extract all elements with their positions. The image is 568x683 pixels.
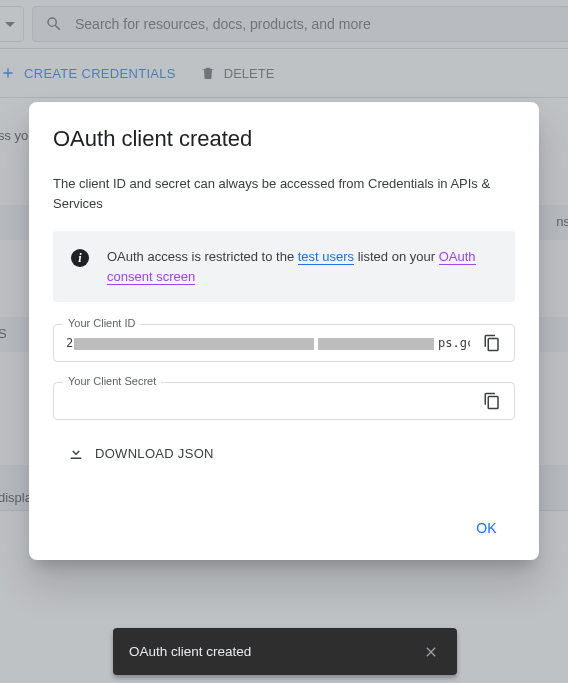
copy-client-id-button[interactable] [478, 329, 506, 357]
ok-button[interactable]: OK [466, 514, 507, 542]
copy-icon [483, 392, 501, 410]
client-id-value[interactable]: 2 2 ps.gc [66, 336, 470, 350]
dialog-lead: The client ID and secret can always be a… [53, 174, 515, 213]
close-icon [423, 644, 439, 660]
notice-text: OAuth access is restricted to the test u… [107, 247, 497, 286]
notice-mid: listed on your [354, 249, 439, 264]
download-icon [67, 444, 85, 462]
copy-client-secret-button[interactable] [478, 387, 506, 415]
download-json-button[interactable]: DOWNLOAD JSON [53, 440, 515, 466]
toast-snackbar: OAuth client created [113, 628, 457, 675]
client-secret-field: Your Client Secret G g [53, 382, 515, 420]
toast-close-button[interactable] [417, 638, 445, 666]
notice-prefix: OAuth access is restricted to the [107, 249, 298, 264]
info-notice: i OAuth access is restricted to the test… [53, 231, 515, 302]
oauth-client-created-dialog: OAuth client created The client ID and s… [29, 102, 539, 560]
client-secret-label: Your Client Secret [63, 375, 161, 387]
info-icon: i [71, 249, 89, 267]
copy-icon [483, 334, 501, 352]
toast-message: OAuth client created [129, 644, 251, 659]
client-id-label: Your Client ID [63, 317, 140, 329]
dialog-title: OAuth client created [53, 126, 515, 152]
test-users-link[interactable]: test users [298, 249, 354, 265]
download-json-label: DOWNLOAD JSON [95, 446, 214, 461]
client-id-field: Your Client ID 2 2 ps.gc [53, 324, 515, 362]
